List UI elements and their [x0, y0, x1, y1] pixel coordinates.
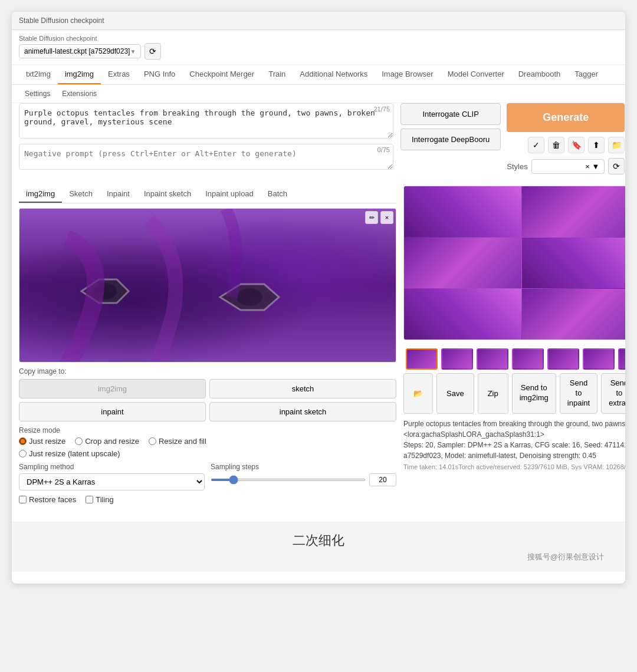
- output-cell-2: [522, 186, 625, 237]
- thumbnail-7[interactable]: [618, 348, 625, 370]
- tab-tagger[interactable]: Tagger: [567, 65, 605, 84]
- resize-fill-radio[interactable]: [149, 437, 156, 445]
- neg-prompt-input[interactable]: [19, 144, 393, 170]
- tab-extensions[interactable]: Extensions: [56, 86, 103, 101]
- copy-to-sketch-btn[interactable]: sketch: [209, 379, 396, 398]
- copy-to-inpaint-btn[interactable]: inpaint: [19, 402, 206, 421]
- send-to-inpaint-btn[interactable]: Sendtoinpaint: [560, 373, 597, 414]
- watermark-brand-text: 搜狐号@衍果创意设计: [21, 552, 616, 562]
- zip-label: Zip: [488, 389, 498, 398]
- tab-settings[interactable]: Settings: [19, 86, 56, 101]
- restore-faces-input[interactable]: [19, 496, 27, 503]
- folder-icon: 📁: [612, 140, 622, 150]
- tiling-input[interactable]: [86, 496, 93, 503]
- output-details: Steps: 20, Sampler: DPM++ 2S a Karras, C…: [403, 441, 625, 460]
- checkpoint-refresh-btn[interactable]: ⟳: [145, 43, 161, 60]
- send-to-img2img-btn[interactable]: Send toimg2img: [512, 373, 556, 414]
- output-image-grid: [403, 186, 625, 340]
- img2img-tab-batch[interactable]: Batch: [261, 186, 294, 203]
- edit-upload-btn[interactable]: ✏: [365, 211, 378, 224]
- tiling-checkbox[interactable]: Tiling: [86, 495, 114, 504]
- main-prompt-counter: 21/75: [373, 106, 390, 113]
- output-cell-5: [522, 238, 625, 288]
- upload-icon-btn[interactable]: ⬆: [588, 137, 605, 153]
- tab-train[interactable]: Train: [261, 65, 293, 84]
- copy-image-row: Copy image to: img2img sketch inpaint in…: [19, 367, 396, 421]
- resize-latent[interactable]: Just resize (latent upscale): [19, 449, 120, 458]
- img2img-tab-sketch[interactable]: Sketch: [62, 186, 100, 203]
- bookmark-icon-btn[interactable]: 🔖: [568, 137, 585, 153]
- checkpoint-arrow-icon: ▼: [130, 48, 136, 55]
- tab-dreambooth[interactable]: Dreambooth: [511, 65, 568, 84]
- thumbnail-5[interactable]: [547, 348, 579, 370]
- image-svg-overlay: [19, 209, 396, 362]
- thumbnail-2[interactable]: [441, 348, 473, 370]
- app-title: Stable Diffusion checkpoint: [19, 17, 104, 25]
- image-upload-area[interactable]: ✏ ×: [19, 208, 396, 363]
- watermark-cn-text: 二次细化: [21, 532, 616, 549]
- copy-to-img2img-btn[interactable]: img2img: [19, 379, 206, 398]
- img2img-tab-inpaint-upload[interactable]: Inpaint upload: [198, 186, 261, 203]
- resize-fill[interactable]: Resize and fill: [149, 437, 206, 446]
- copy-image-buttons: img2img sketch inpaint inpaint sketch: [19, 379, 396, 421]
- styles-select[interactable]: × ▼: [531, 159, 605, 174]
- resize-crop-resize[interactable]: Crop and resize: [75, 437, 139, 446]
- close-icon: ×: [385, 214, 389, 221]
- resize-latent-radio[interactable]: [19, 450, 27, 457]
- send-to-extras-btn[interactable]: Sendtoextras: [601, 373, 625, 414]
- styles-label: Styles: [507, 162, 527, 171]
- trash-icon-btn[interactable]: 🗑: [548, 137, 564, 153]
- thumbnail-6[interactable]: [583, 348, 615, 370]
- generate-btn[interactable]: Generate: [507, 103, 625, 132]
- tab-extras[interactable]: Extras: [101, 65, 137, 84]
- tab-txt2img[interactable]: txt2img: [19, 65, 58, 84]
- open-folder-btn[interactable]: 📂: [403, 373, 433, 414]
- sampling-method-select[interactable]: DPM++ 2S a Karras: [19, 473, 205, 490]
- sampling-steps-label: Sampling steps: [211, 463, 396, 471]
- tiling-label: Tiling: [96, 495, 114, 504]
- img2img-tab-inpaint[interactable]: Inpaint: [100, 186, 137, 203]
- tab-image-browser[interactable]: Image Browser: [375, 65, 440, 84]
- img2img-tab-img2img[interactable]: img2img: [19, 186, 62, 203]
- thumbnail-4[interactable]: [512, 348, 544, 370]
- tab-img2img[interactable]: img2img: [58, 65, 101, 84]
- tab-additional-networks[interactable]: Additional Networks: [293, 65, 375, 84]
- restore-faces-checkbox[interactable]: Restore faces: [19, 495, 76, 504]
- styles-clear-icon[interactable]: × ▼: [585, 162, 599, 171]
- checkpoint-value: animefull-latest.ckpt [a7529df023]: [24, 47, 130, 55]
- prompt-area: Purple octopus tentacles from breaking t…: [19, 103, 393, 175]
- tab-checkpoint-merger[interactable]: Checkpoint Merger: [182, 65, 261, 84]
- resize-latent-row: Just resize (latent upscale): [19, 449, 396, 458]
- tab-model-converter[interactable]: Model Converter: [441, 65, 511, 84]
- sampling-steps-container: Sampling steps: [211, 463, 396, 490]
- check-icon-btn[interactable]: ✓: [528, 137, 544, 153]
- resize-crop-resize-radio[interactable]: [75, 437, 83, 445]
- output-cell-1: [404, 186, 521, 237]
- tab-png-info[interactable]: PNG Info: [137, 65, 182, 84]
- header-area: Purple octopus tentacles from breaking t…: [12, 103, 625, 180]
- save-btn[interactable]: Save: [436, 373, 474, 414]
- sampling-method-label: Sampling method: [19, 463, 205, 471]
- interrogate-clip-btn[interactable]: Interrogate CLIP: [400, 103, 501, 125]
- copy-to-inpaint-sketch-btn[interactable]: inpaint sketch: [209, 402, 396, 421]
- checkpoint-select[interactable]: animefull-latest.ckpt [a7529df023] ▼: [19, 44, 141, 58]
- thumbnail-1[interactable]: [406, 348, 438, 370]
- close-upload-btn[interactable]: ×: [380, 211, 393, 224]
- main-tabs: txt2img img2img Extras PNG Info Checkpoi…: [12, 65, 625, 85]
- img2img-tab-inpaint-sketch[interactable]: Inpaint sketch: [137, 186, 198, 203]
- sampling-steps-slider[interactable]: [211, 479, 366, 481]
- sampling-steps-input[interactable]: [369, 473, 396, 486]
- thumbnail-3[interactable]: [477, 348, 508, 370]
- checkpoint-row: Stable Diffusion checkpoint animefull-la…: [12, 30, 625, 65]
- folder-icon-btn[interactable]: 📁: [608, 137, 625, 153]
- styles-refresh-btn[interactable]: ⟳: [608, 158, 625, 174]
- resize-just-resize-radio[interactable]: [19, 437, 27, 445]
- interrogate-deepbooru-btn[interactable]: Interrogate DeepBooru: [400, 129, 501, 150]
- main-prompt-input[interactable]: Purple octopus tentacles from breaking t…: [19, 103, 393, 139]
- output-main-image: [404, 186, 625, 340]
- svg-point-3: [237, 288, 262, 306]
- output-info: Purple octopus tentacles from breaking t…: [403, 419, 625, 461]
- restore-faces-label: Restore faces: [29, 495, 76, 504]
- resize-just-resize[interactable]: Just resize: [19, 437, 65, 446]
- zip-btn[interactable]: Zip: [478, 373, 508, 414]
